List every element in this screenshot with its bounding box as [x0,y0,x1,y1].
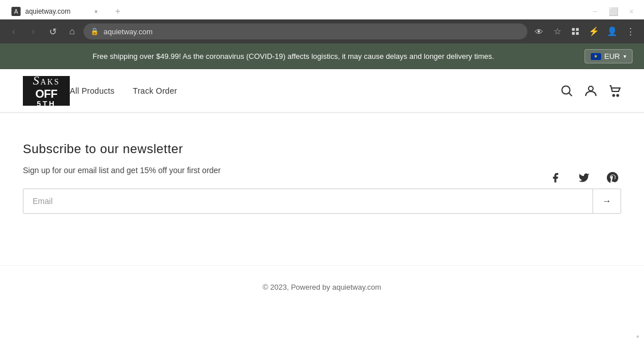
back-button[interactable]: ‹ [6,23,22,39]
svg-point-4 [562,86,570,94]
browser-titlebar: A aquietway.com × + − ⬜ × [0,0,644,19]
new-tab-button[interactable]: + [110,3,126,19]
svg-point-8 [617,94,619,96]
account-button[interactable] [585,85,597,97]
svg-point-6 [589,86,593,91]
scroll-indicator: ● [636,333,639,339]
eu-flag-icon: ★ [591,53,601,60]
newsletter-section: Subscribe to our newsletter Sign up for … [0,113,644,242]
address-bar[interactable]: 🔒 aquietway.com [84,23,527,39]
site-header: S AKS OFF 5TH All Products Track Order [0,69,644,113]
site-footer: © 2023, Powered by aquietway.com [0,265,644,309]
email-input[interactable] [23,189,593,213]
nav-track-order[interactable]: Track Order [133,86,177,95]
newsletter-submit-button[interactable]: → [593,189,621,213]
profile-icon[interactable]: 👤 [604,23,620,39]
svg-rect-0 [572,28,575,31]
forward-button[interactable]: › [25,23,41,39]
website-content: Free shipping over $49.99! As the corona… [0,43,644,309]
browser-chrome: A aquietway.com × + − ⬜ × ‹ › ↺ ⌂ 🔒 aqui… [0,0,644,43]
browser-toolbar: ‹ › ↺ ⌂ 🔒 aquietway.com 👁 ☆ ⚡ 👤 ⋮ [0,19,644,43]
currency-chevron-icon: ▾ [623,53,626,59]
svg-rect-2 [572,32,575,35]
url-text: aquietway.com [104,27,520,36]
logo-5th-text: 5TH [37,99,56,108]
currency-selector[interactable]: ★ EUR ▾ [585,49,633,63]
newsletter-form: → [23,189,621,214]
security-lock-icon: 🔒 [90,27,99,35]
tab-favicon: A [11,7,21,16]
logo-saks-text: S AKS [33,73,59,88]
social-icons [547,169,621,186]
svg-line-5 [569,93,573,96]
extensions-icon[interactable] [567,23,583,39]
logo-image: S AKS OFF 5TH [23,76,70,106]
copyright-text: © 2023, Powered by aquietway.com [263,283,381,291]
bookmark-icon[interactable]: ☆ [549,23,565,39]
main-nav: All Products Track Order [70,86,560,95]
header-actions [560,85,621,97]
svg-rect-3 [576,32,579,35]
download-icon[interactable]: ⚡ [586,23,602,39]
twitter-icon[interactable] [575,169,593,186]
toolbar-icons: 👁 ☆ ⚡ 👤 ⋮ [531,23,638,39]
svg-rect-1 [576,28,579,31]
eye-extension-icon[interactable]: 👁 [531,23,547,39]
nav-all-products[interactable]: All Products [70,86,114,95]
logo-off-text: OFF [35,88,58,99]
restore-button[interactable]: ⬜ [605,3,621,19]
site-logo[interactable]: S AKS OFF 5TH [23,76,70,106]
search-button[interactable] [560,85,573,97]
menu-icon[interactable]: ⋮ [622,23,638,39]
facebook-icon[interactable] [547,169,564,186]
refresh-button[interactable]: ↺ [45,23,61,39]
newsletter-left: Subscribe to our newsletter Sign up for … [23,142,621,214]
pinterest-icon[interactable] [604,169,621,186]
window-controls: − ⬜ × [587,3,639,19]
currency-label: EUR [605,52,620,61]
announcement-bar: Free shipping over $49.99! As the corona… [0,43,644,69]
home-button[interactable]: ⌂ [64,23,80,39]
newsletter-subtitle: Sign up for our email list and get 15% o… [23,166,621,175]
minimize-button[interactable]: − [587,3,603,19]
submit-arrow-icon: → [602,196,611,206]
tab-label: aquietway.com [25,7,87,15]
newsletter-title: Subscribe to our newsletter [23,142,621,157]
tab-close-button[interactable]: × [92,7,101,16]
close-button[interactable]: × [623,3,639,19]
browser-tab[interactable]: A aquietway.com × [5,3,108,19]
announcement-text: Free shipping over $49.99! As the corona… [11,52,575,61]
cart-button[interactable] [609,85,621,97]
svg-point-7 [613,94,615,96]
